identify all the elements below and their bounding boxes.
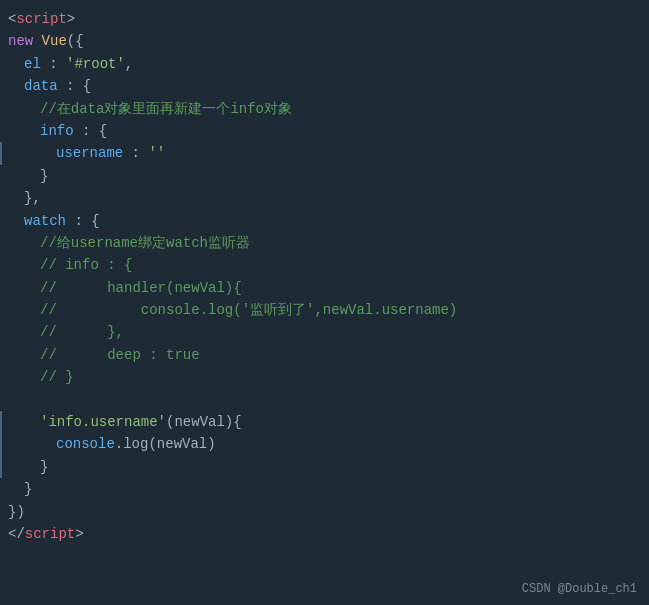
code-line: } (0, 478, 649, 500)
code-line: //在data对象里面再新建一个info对象 (0, 98, 649, 120)
code-line: } (0, 456, 649, 478)
code-line: // deep : true (0, 344, 649, 366)
code-line: // } (0, 366, 649, 388)
code-container: <script>new Vue({el : '#root',data : {//… (0, 0, 649, 605)
code-line: new Vue({ (0, 30, 649, 52)
code-line: console.log(newVal) (0, 433, 649, 455)
code-line: </script> (0, 523, 649, 545)
code-line: // }, (0, 321, 649, 343)
code-line: // info : { (0, 254, 649, 276)
code-block: <script>new Vue({el : '#root',data : {//… (0, 8, 649, 545)
code-line: username : '' (0, 142, 649, 164)
code-line (0, 389, 649, 411)
code-line: 'info.username'(newVal){ (0, 411, 649, 433)
code-line: }) (0, 501, 649, 523)
code-line: }, (0, 187, 649, 209)
footer-credit: CSDN @Double_ch1 (522, 580, 637, 599)
code-line: <script> (0, 8, 649, 30)
code-line: } (0, 165, 649, 187)
code-line: // handler(newVal){ (0, 277, 649, 299)
code-line: //给username绑定watch监听器 (0, 232, 649, 254)
code-line: // console.log('监听到了',newVal.username) (0, 299, 649, 321)
code-line: data : { (0, 75, 649, 97)
code-line: info : { (0, 120, 649, 142)
code-line: watch : { (0, 210, 649, 232)
code-line: el : '#root', (0, 53, 649, 75)
